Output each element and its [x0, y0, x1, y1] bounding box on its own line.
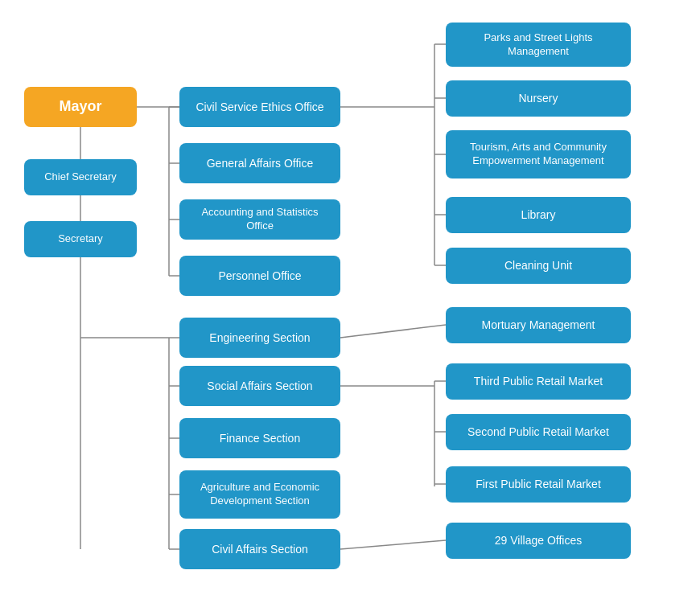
finance-node: Finance Section: [179, 418, 340, 458]
first-market-node: First Public Retail Market: [446, 466, 631, 503]
social-affairs-node: Social Affairs Section: [179, 366, 340, 406]
personnel-node: Personnel Office: [179, 256, 340, 296]
chief-secretary-node: Chief Secretary: [24, 159, 137, 195]
secretary-node: Secretary: [24, 221, 137, 257]
general-affairs-node: General Affairs Office: [179, 143, 340, 183]
civil-service-node: Civil Service Ethics Office: [179, 87, 340, 127]
second-market-node: Second Public Retail Market: [446, 414, 631, 450]
cleaning-node: Cleaning Unit: [446, 248, 631, 284]
villages-node: 29 Village Offices: [446, 523, 631, 559]
library-node: Library: [446, 197, 631, 233]
svg-line-23: [340, 325, 446, 338]
agriculture-node: Agriculture and Economic Development Sec…: [179, 470, 340, 519]
org-chart: Mayor Chief Secretary Secretary Civil Se…: [0, 0, 700, 599]
civil-affairs-node: Civil Affairs Section: [179, 529, 340, 569]
accounting-node: Accounting and Statistics Office: [179, 199, 340, 240]
tourism-node: Tourism, Arts and Community Empowerment …: [446, 130, 631, 178]
nursery-node: Nursery: [446, 80, 631, 117]
svg-line-29: [340, 540, 446, 549]
third-market-node: Third Public Retail Market: [446, 363, 631, 400]
parks-node: Parks and Street Lights Management: [446, 23, 631, 67]
mayor-node: Mayor: [24, 87, 137, 127]
mortuary-node: Mortuary Management: [446, 307, 631, 343]
engineering-node: Engineering Section: [179, 318, 340, 358]
